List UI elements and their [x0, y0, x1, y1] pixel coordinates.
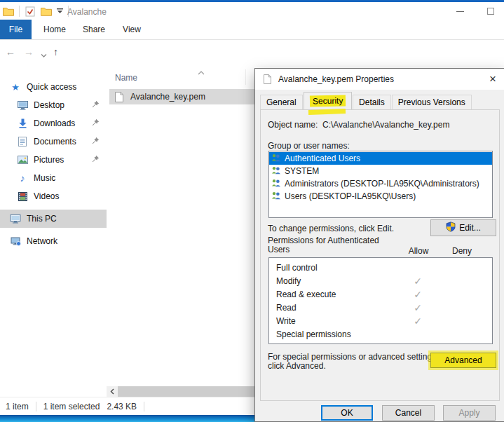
scrollbar-thumb[interactable] [118, 386, 255, 397]
permissions-for-label: Permissions for Authenticated Users [268, 236, 379, 254]
tab-general[interactable]: General [260, 95, 303, 109]
sidebar-item-quick-access[interactable]: ★ Quick access [0, 78, 107, 96]
group-row-administrators[interactable]: Administrators (DESKTOP-ILA95KQ\Administ… [269, 177, 492, 190]
user-group-icon [271, 166, 281, 177]
pin-icon [92, 155, 100, 165]
history-chevron-icon[interactable] [41, 49, 47, 60]
group-row-users[interactable]: Users (DESKTOP-ILA95KQ\Users) [269, 190, 492, 203]
music-note-icon: ♪ [17, 173, 28, 183]
sidebar-item-documents[interactable]: Documents [0, 132, 107, 151]
dialog-title-bar: Avalanche_key.pem Properties × [255, 69, 504, 90]
status-selection-size: 2.43 KB [107, 402, 137, 411]
group-name: Administrators (DESKTOP-ILA95KQ\Administ… [285, 179, 479, 189]
group-row-authenticated-users[interactable]: Authenticated Users [269, 152, 492, 165]
desktop-icon [17, 101, 28, 110]
navigation-pane: ★ Quick access Desktop Downloads [0, 67, 107, 397]
sort-ascending-icon[interactable] [198, 67, 205, 77]
ribbon-tab-bar: File Home Share View [0, 20, 504, 40]
column-header-name[interactable]: Name [115, 73, 137, 83]
apply-button[interactable]: Apply [443, 405, 496, 421]
advanced-hint-text: For special permissions or advanced sett… [268, 353, 438, 371]
permissions-listbox: Full control Modify ✓ Read & execute ✓ R… [268, 257, 493, 344]
group-name: Authenticated Users [285, 154, 360, 163]
column-divider[interactable] [245, 69, 246, 85]
film-icon [17, 192, 28, 201]
sidebar-item-label: Documents [34, 137, 76, 147]
advanced-button[interactable]: Advanced [430, 353, 496, 368]
sidebar-item-pictures[interactable]: Pictures [0, 151, 107, 169]
sidebar-item-network[interactable]: Network [0, 232, 107, 250]
sidebar-item-label: Quick access [27, 82, 76, 92]
file-name: Avalanche_key.pem [130, 92, 205, 102]
back-icon[interactable]: ← [6, 46, 15, 57]
status-selection-info: 1 item selected [43, 402, 100, 411]
customize-qat-chevron-icon[interactable] [57, 6, 63, 16]
sidebar-item-label: Music [34, 173, 55, 183]
security-tab-page: Object name: C:\Avalanche\Avalanche_key.… [260, 109, 500, 401]
ribbon-tab-home[interactable]: Home [39, 20, 71, 39]
dialog-close-button[interactable]: × [484, 71, 502, 88]
scroll-left-icon[interactable] [107, 386, 118, 397]
ribbon-tab-file[interactable]: File [0, 20, 32, 39]
user-group-icon [271, 154, 281, 164]
group-name: SYSTEM [285, 166, 319, 176]
group-name: Users (DESKTOP-ILA95KQ\Users) [285, 191, 416, 201]
ok-button[interactable]: OK [321, 405, 373, 421]
minimize-button[interactable] [446, 2, 474, 20]
user-group-icon [271, 179, 281, 189]
cancel-button[interactable]: Cancel [382, 405, 435, 421]
forward-icon[interactable]: → [24, 46, 34, 57]
sidebar-item-label: Network [27, 236, 57, 246]
file-page-icon [114, 92, 125, 102]
permission-row-full-control[interactable]: Full control [269, 261, 492, 274]
uac-shield-icon [446, 222, 456, 234]
maximize-icon [487, 8, 494, 15]
permission-row-write[interactable]: Write ✓ [269, 314, 492, 327]
dialog-title: Avalanche_key.pem Properties [278, 74, 394, 84]
maximize-button[interactable] [477, 2, 504, 20]
sidebar-item-label: Downloads [34, 118, 75, 128]
tab-previous-versions[interactable]: Previous Versions [392, 95, 472, 109]
permission-row-read[interactable]: Read ✓ [269, 301, 492, 314]
sidebar-item-downloads[interactable]: Downloads [0, 114, 107, 132]
ribbon-tab-share[interactable]: Share [77, 20, 111, 39]
divider [36, 402, 36, 411]
sidebar-item-desktop[interactable]: Desktop [0, 96, 107, 114]
up-icon[interactable]: ↑ [53, 46, 58, 57]
new-folder-quick-icon[interactable] [41, 7, 52, 16]
download-arrow-icon [17, 118, 28, 128]
user-group-icon [271, 191, 281, 202]
properties-quick-icon[interactable] [25, 6, 36, 17]
object-name-value: C:\Avalanche\Avalanche_key.pem [322, 120, 449, 130]
advanced-button-label: Advanced [444, 355, 482, 365]
divider [19, 6, 20, 17]
edit-hint-text: To change permissions, click Edit. [268, 224, 394, 233]
deny-column-header: Deny [447, 246, 477, 256]
status-item-count: 1 item [6, 402, 29, 411]
allow-column-header: Allow [403, 246, 434, 256]
dialog-tab-bar: General Security Details Previous Versio… [260, 93, 472, 109]
network-icon [10, 237, 21, 246]
pin-icon [92, 118, 100, 128]
sidebar-item-this-pc[interactable]: This PC [0, 210, 107, 228]
title-bar: Avalanche [0, 0, 504, 20]
sidebar-item-label: Pictures [34, 155, 64, 165]
navigation-bar: ← → ↑ « Local Disk (C:) › Avalanche [0, 40, 504, 67]
permission-row-modify[interactable]: Modify ✓ [269, 274, 492, 287]
permission-row-read-execute[interactable]: Read & execute ✓ [269, 287, 492, 301]
permission-row-special-permissions[interactable]: Special permissions [269, 327, 492, 341]
ribbon-tab-view[interactable]: View [116, 20, 147, 39]
group-row-system[interactable]: SYSTEM [269, 165, 492, 177]
dialog-file-icon [261, 74, 273, 84]
sidebar-item-label: Desktop [34, 100, 64, 110]
tab-details[interactable]: Details [353, 95, 391, 109]
edit-button-label: Edit... [459, 223, 481, 233]
sidebar-item-music[interactable]: ♪ Music [0, 169, 107, 187]
sidebar-item-label: Videos [34, 191, 59, 201]
sidebar-item-label: This PC [27, 214, 57, 224]
tab-security[interactable]: Security [304, 92, 352, 109]
document-icon [17, 137, 28, 147]
edit-button[interactable]: Edit... [430, 219, 496, 236]
horizontal-scrollbar[interactable] [107, 386, 255, 397]
sidebar-item-videos[interactable]: Videos [0, 187, 107, 205]
